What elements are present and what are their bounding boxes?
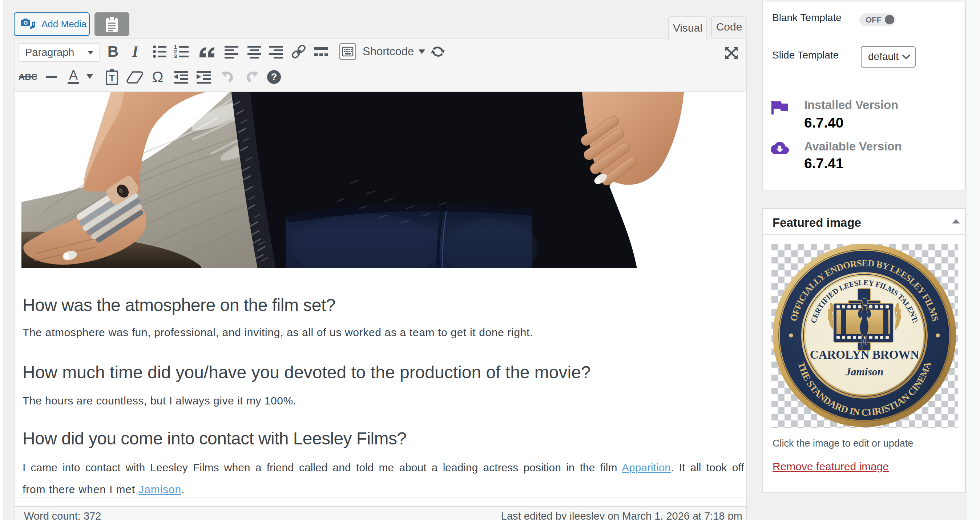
svg-text:Ω: Ω [152,68,163,85]
svg-text:Jamison: Jamison [845,366,883,378]
svg-text:T: T [109,73,115,83]
svg-text:A: A [69,68,78,83]
svg-text:?: ? [271,72,277,83]
svg-text:CAROLYN BROWN: CAROLYN BROWN [810,348,919,361]
svg-text:3: 3 [174,53,177,59]
svg-text:B: B [108,43,118,60]
svg-text:I: I [132,43,139,60]
svg-text:Shortcode: Shortcode [363,45,414,58]
